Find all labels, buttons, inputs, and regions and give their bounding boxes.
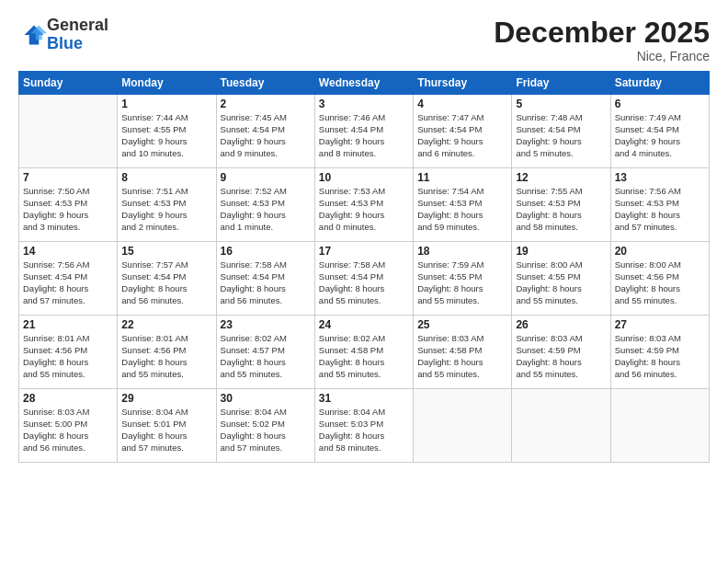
- day-number: 19: [516, 245, 606, 258]
- day-info: Sunrise: 7:56 AMSunset: 4:53 PMDaylight:…: [615, 186, 705, 233]
- day-info: Sunrise: 7:47 AMSunset: 4:54 PMDaylight:…: [417, 112, 507, 159]
- calendar-cell: 16Sunrise: 7:58 AMSunset: 4:54 PMDayligh…: [216, 242, 314, 316]
- calendar-cell: 5Sunrise: 7:48 AMSunset: 4:54 PMDaylight…: [512, 95, 610, 168]
- day-number: 21: [23, 318, 113, 331]
- day-number: 4: [417, 98, 507, 110]
- logo-blue: Blue: [47, 35, 108, 53]
- day-info: Sunrise: 8:03 AMSunset: 5:00 PMDaylight:…: [23, 407, 113, 454]
- calendar-cell: 30Sunrise: 8:04 AMSunset: 5:02 PMDayligh…: [216, 389, 314, 463]
- day-info: Sunrise: 8:02 AMSunset: 4:58 PMDaylight:…: [319, 333, 409, 380]
- day-info: Sunrise: 7:58 AMSunset: 4:54 PMDaylight:…: [221, 259, 311, 306]
- day-number: 23: [221, 318, 311, 331]
- day-number: 1: [121, 98, 211, 110]
- day-info: Sunrise: 7:44 AMSunset: 4:55 PMDaylight:…: [121, 112, 211, 159]
- calendar-cell: 29Sunrise: 8:04 AMSunset: 5:01 PMDayligh…: [118, 389, 216, 463]
- calendar-cell: 10Sunrise: 7:53 AMSunset: 4:53 PMDayligh…: [314, 168, 413, 242]
- logo-icon: [21, 22, 47, 48]
- calendar-cell: 26Sunrise: 8:03 AMSunset: 4:59 PMDayligh…: [512, 316, 610, 389]
- weekday-header-friday: Friday: [512, 72, 610, 95]
- calendar-cell: 7Sunrise: 7:50 AMSunset: 4:53 PMDaylight…: [19, 168, 118, 242]
- calendar-cell: 13Sunrise: 7:56 AMSunset: 4:53 PMDayligh…: [610, 168, 709, 242]
- day-info: Sunrise: 8:03 AMSunset: 4:59 PMDaylight:…: [516, 333, 606, 380]
- header: General Blue December 2025 Nice, France: [18, 17, 710, 63]
- day-number: 18: [417, 245, 507, 258]
- day-info: Sunrise: 7:54 AMSunset: 4:53 PMDaylight:…: [417, 186, 507, 233]
- calendar-cell: 4Sunrise: 7:47 AMSunset: 4:54 PMDaylight…: [414, 95, 512, 168]
- week-row-2: 7Sunrise: 7:50 AMSunset: 4:53 PMDaylight…: [19, 168, 710, 242]
- week-row-4: 21Sunrise: 8:01 AMSunset: 4:56 PMDayligh…: [19, 316, 710, 389]
- logo-general: General: [47, 17, 108, 35]
- day-info: Sunrise: 7:45 AMSunset: 4:54 PMDaylight:…: [221, 112, 311, 159]
- calendar-cell: [512, 389, 610, 463]
- calendar-cell: 23Sunrise: 8:02 AMSunset: 4:57 PMDayligh…: [216, 316, 314, 389]
- calendar-cell: 21Sunrise: 8:01 AMSunset: 4:56 PMDayligh…: [19, 316, 118, 389]
- day-info: Sunrise: 7:58 AMSunset: 4:54 PMDaylight:…: [319, 259, 409, 306]
- day-info: Sunrise: 8:03 AMSunset: 4:58 PMDaylight:…: [417, 333, 507, 380]
- calendar-cell: 1Sunrise: 7:44 AMSunset: 4:55 PMDaylight…: [118, 95, 216, 168]
- day-number: 15: [121, 245, 211, 258]
- day-info: Sunrise: 8:03 AMSunset: 4:59 PMDaylight:…: [615, 333, 705, 380]
- day-number: 8: [121, 171, 211, 184]
- day-info: Sunrise: 7:53 AMSunset: 4:53 PMDaylight:…: [319, 186, 409, 233]
- day-number: 26: [516, 318, 606, 331]
- day-number: 3: [319, 98, 409, 110]
- day-number: 14: [23, 245, 113, 258]
- calendar-cell: 3Sunrise: 7:46 AMSunset: 4:54 PMDaylight…: [314, 95, 413, 168]
- day-number: 11: [417, 171, 507, 184]
- day-number: 12: [516, 171, 606, 184]
- calendar: SundayMondayTuesdayWednesdayThursdayFrid…: [18, 71, 710, 463]
- day-info: Sunrise: 8:02 AMSunset: 4:57 PMDaylight:…: [221, 333, 311, 380]
- calendar-cell: 19Sunrise: 8:00 AMSunset: 4:55 PMDayligh…: [512, 242, 610, 316]
- day-number: 10: [319, 171, 409, 184]
- page: General Blue December 2025 Nice, France …: [0, 0, 728, 563]
- calendar-cell: 24Sunrise: 8:02 AMSunset: 4:58 PMDayligh…: [314, 316, 413, 389]
- day-number: 24: [319, 318, 409, 331]
- day-info: Sunrise: 8:04 AMSunset: 5:02 PMDaylight:…: [221, 407, 311, 454]
- calendar-cell: 14Sunrise: 7:56 AMSunset: 4:54 PMDayligh…: [19, 242, 118, 316]
- day-number: 6: [615, 98, 705, 110]
- day-info: Sunrise: 7:55 AMSunset: 4:53 PMDaylight:…: [516, 186, 606, 233]
- day-number: 20: [615, 245, 705, 258]
- day-info: Sunrise: 7:59 AMSunset: 4:55 PMDaylight:…: [417, 259, 507, 306]
- location: Nice, France: [494, 49, 710, 63]
- day-number: 29: [121, 392, 211, 405]
- calendar-cell: 28Sunrise: 8:03 AMSunset: 5:00 PMDayligh…: [19, 389, 118, 463]
- day-info: Sunrise: 8:01 AMSunset: 4:56 PMDaylight:…: [121, 333, 211, 380]
- day-info: Sunrise: 8:01 AMSunset: 4:56 PMDaylight:…: [23, 333, 113, 380]
- day-number: 31: [319, 392, 409, 405]
- day-number: 5: [516, 98, 606, 110]
- calendar-cell: [414, 389, 512, 463]
- week-row-5: 28Sunrise: 8:03 AMSunset: 5:00 PMDayligh…: [19, 389, 710, 463]
- day-info: Sunrise: 7:46 AMSunset: 4:54 PMDaylight:…: [319, 112, 409, 159]
- weekday-header-saturday: Saturday: [610, 72, 709, 95]
- week-row-1: 1Sunrise: 7:44 AMSunset: 4:55 PMDaylight…: [19, 95, 710, 168]
- day-info: Sunrise: 8:00 AMSunset: 4:55 PMDaylight:…: [516, 259, 606, 306]
- weekday-header-tuesday: Tuesday: [216, 72, 314, 95]
- day-info: Sunrise: 8:04 AMSunset: 5:03 PMDaylight:…: [319, 407, 409, 454]
- day-info: Sunrise: 7:57 AMSunset: 4:54 PMDaylight:…: [121, 259, 211, 306]
- month-title: December 2025: [494, 17, 710, 49]
- day-info: Sunrise: 7:50 AMSunset: 4:53 PMDaylight:…: [23, 186, 113, 233]
- calendar-cell: [610, 389, 709, 463]
- day-number: 2: [221, 98, 311, 110]
- calendar-cell: 20Sunrise: 8:00 AMSunset: 4:56 PMDayligh…: [610, 242, 709, 316]
- day-info: Sunrise: 8:00 AMSunset: 4:56 PMDaylight:…: [615, 259, 705, 306]
- week-row-3: 14Sunrise: 7:56 AMSunset: 4:54 PMDayligh…: [19, 242, 710, 316]
- day-number: 25: [417, 318, 507, 331]
- logo-text: General Blue: [47, 17, 108, 53]
- day-number: 9: [221, 171, 311, 184]
- day-number: 13: [615, 171, 705, 184]
- calendar-cell: 6Sunrise: 7:49 AMSunset: 4:54 PMDaylight…: [610, 95, 709, 168]
- day-number: 30: [221, 392, 311, 405]
- calendar-cell: 22Sunrise: 8:01 AMSunset: 4:56 PMDayligh…: [118, 316, 216, 389]
- weekday-header-row: SundayMondayTuesdayWednesdayThursdayFrid…: [19, 72, 710, 95]
- day-number: 17: [319, 245, 409, 258]
- weekday-header-monday: Monday: [118, 72, 216, 95]
- weekday-header-wednesday: Wednesday: [314, 72, 413, 95]
- day-info: Sunrise: 7:49 AMSunset: 4:54 PMDaylight:…: [615, 112, 705, 159]
- day-info: Sunrise: 7:48 AMSunset: 4:54 PMDaylight:…: [516, 112, 606, 159]
- calendar-cell: [19, 95, 118, 168]
- calendar-cell: 12Sunrise: 7:55 AMSunset: 4:53 PMDayligh…: [512, 168, 610, 242]
- calendar-cell: 27Sunrise: 8:03 AMSunset: 4:59 PMDayligh…: [610, 316, 709, 389]
- calendar-cell: 25Sunrise: 8:03 AMSunset: 4:58 PMDayligh…: [414, 316, 512, 389]
